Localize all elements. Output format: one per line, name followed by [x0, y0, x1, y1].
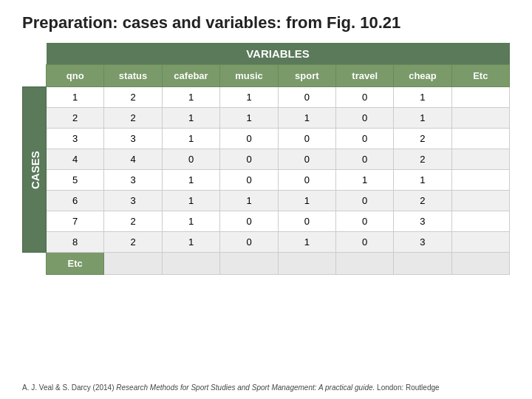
- cell-music: 1: [220, 108, 278, 129]
- table-row: 6311102: [23, 191, 510, 211]
- cell-travel: 0: [335, 149, 393, 170]
- table-row: 4400002: [23, 149, 510, 170]
- cell-travel: 0: [335, 108, 393, 129]
- cell-travel: 1: [335, 170, 393, 191]
- cell-travel: 0: [335, 129, 393, 149]
- table-wrapper: VARIABLES qno status cafebar music sport…: [22, 43, 510, 275]
- col-header-status: status: [104, 65, 162, 87]
- cell-music: 1: [220, 87, 278, 108]
- col-header-travel: travel: [335, 65, 393, 87]
- cell-sport: 1: [278, 191, 335, 211]
- etc-empty-1: [104, 253, 162, 275]
- cell-qno: 4: [47, 149, 104, 170]
- col-header-cheap: cheap: [394, 65, 451, 87]
- cell-etc: [451, 232, 509, 253]
- cell-cheap: 3: [394, 232, 451, 253]
- cell-music: 0: [220, 149, 278, 170]
- cell-cheap: 3: [394, 211, 451, 232]
- etc-empty-2: [162, 253, 220, 275]
- table-row: 5310011: [23, 170, 510, 191]
- page-title: Preparation: cases and variables: from F…: [0, 0, 532, 43]
- variables-header: VARIABLES: [47, 43, 510, 65]
- cases-label: CASES: [23, 87, 47, 253]
- cell-cafebar: 1: [162, 87, 220, 108]
- cell-music: 1: [220, 191, 278, 211]
- cell-music: 0: [220, 232, 278, 253]
- cell-qno: 8: [47, 232, 104, 253]
- cell-cheap: 1: [394, 87, 451, 108]
- cell-sport: 0: [278, 129, 335, 149]
- col-header-sport: sport: [278, 65, 335, 87]
- cell-qno: 5: [47, 170, 104, 191]
- etc-empty-4: [278, 253, 335, 275]
- cell-etc: [451, 87, 509, 108]
- cell-cafebar: 1: [162, 232, 220, 253]
- col-header-cafebar: cafebar: [162, 65, 220, 87]
- cell-music: 0: [220, 170, 278, 191]
- cell-qno: 1: [47, 87, 104, 108]
- cell-cheap: 2: [394, 191, 451, 211]
- cell-qno: 2: [47, 108, 104, 129]
- cell-status: 3: [104, 129, 162, 149]
- footnote: A. J. Veal & S. Darcy (2014) Research Me…: [22, 383, 440, 392]
- col-header-qno: qno: [47, 65, 104, 87]
- table-row: 7210003: [23, 211, 510, 232]
- cell-status: 2: [104, 211, 162, 232]
- cell-cafebar: 1: [162, 211, 220, 232]
- etc-row-label: Etc: [47, 253, 104, 275]
- cell-etc: [451, 211, 509, 232]
- cell-etc: [451, 149, 509, 170]
- cell-status: 3: [104, 191, 162, 211]
- cell-etc: [451, 108, 509, 129]
- cell-status: 2: [104, 232, 162, 253]
- cell-cheap: 1: [394, 170, 451, 191]
- cell-sport: 1: [278, 108, 335, 129]
- cell-sport: 1: [278, 232, 335, 253]
- cell-sport: 0: [278, 87, 335, 108]
- cell-music: 0: [220, 211, 278, 232]
- cell-cheap: 1: [394, 108, 451, 129]
- table-row: 3310002: [23, 129, 510, 149]
- etc-empty-7: [451, 253, 509, 275]
- table-row: 2211101: [23, 108, 510, 129]
- table-row: 8210103: [23, 232, 510, 253]
- cell-etc: [451, 129, 509, 149]
- col-header-etc: Etc: [451, 65, 509, 87]
- cell-sport: 0: [278, 149, 335, 170]
- cell-cafebar: 1: [162, 129, 220, 149]
- cell-qno: 7: [47, 211, 104, 232]
- col-header-music: music: [220, 65, 278, 87]
- etc-empty-5: [335, 253, 393, 275]
- cell-status: 3: [104, 170, 162, 191]
- cell-travel: 0: [335, 191, 393, 211]
- cell-cheap: 2: [394, 129, 451, 149]
- cell-travel: 0: [335, 87, 393, 108]
- cell-qno: 6: [47, 191, 104, 211]
- cell-status: 4: [104, 149, 162, 170]
- cell-travel: 0: [335, 232, 393, 253]
- cell-cheap: 2: [394, 149, 451, 170]
- table-row: CASES1211001: [23, 87, 510, 108]
- cell-music: 0: [220, 129, 278, 149]
- etc-empty-6: [394, 253, 451, 275]
- cell-cafebar: 1: [162, 170, 220, 191]
- etc-empty-3: [220, 253, 278, 275]
- cell-cafebar: 0: [162, 149, 220, 170]
- main-table: VARIABLES qno status cafebar music sport…: [22, 43, 510, 275]
- cell-cafebar: 1: [162, 191, 220, 211]
- cell-status: 2: [104, 87, 162, 108]
- cell-qno: 3: [47, 129, 104, 149]
- cell-etc: [451, 170, 509, 191]
- cell-cafebar: 1: [162, 108, 220, 129]
- cell-sport: 0: [278, 211, 335, 232]
- cell-travel: 0: [335, 211, 393, 232]
- cell-etc: [451, 191, 509, 211]
- cell-sport: 0: [278, 170, 335, 191]
- cell-status: 2: [104, 108, 162, 129]
